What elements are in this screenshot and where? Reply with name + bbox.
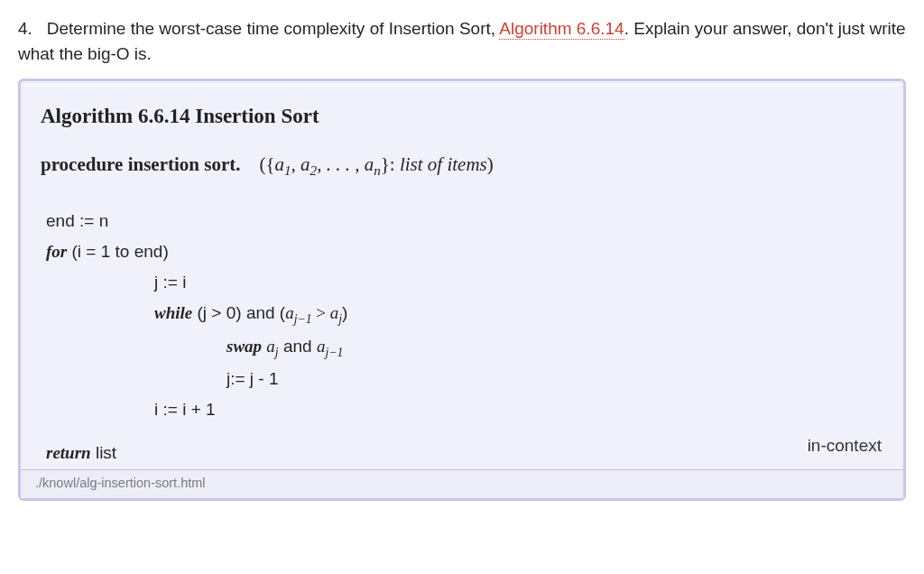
sig-desc: list of items: [400, 153, 487, 175]
algorithm-title: Algorithm 6.6.14 Insertion Sort: [41, 101, 885, 131]
in-context-link[interactable]: in-context: [808, 425, 885, 468]
sig-close: }:: [381, 153, 400, 175]
sig-a1: a: [275, 153, 285, 175]
swap-keyword: swap: [226, 337, 262, 356]
sig-a2: , a: [291, 153, 310, 175]
while-gt: >: [312, 303, 330, 322]
return-rest: list: [91, 443, 117, 462]
question-part1: Determine the worst-case time complexity…: [47, 19, 500, 38]
swap-and: and: [279, 337, 317, 356]
swap-aj: aj: [266, 337, 278, 356]
for-keyword: for: [46, 242, 67, 261]
sig-subn: n: [374, 164, 381, 179]
source-path: ./knowl/alg-insertion-sort.html: [21, 469, 903, 498]
algorithm-reference-link[interactable]: Algorithm 6.6.14: [499, 19, 624, 40]
sig-an: , . . . , a: [317, 153, 374, 175]
pseudocode-block: end := n for (i = 1 to end) j := i while…: [39, 206, 885, 469]
procedure-label: procedure insertion sort.: [41, 153, 240, 175]
code-line-1: end := n: [46, 206, 885, 236]
while-close: ): [342, 303, 347, 322]
algorithm-panel: Algorithm 6.6.14 Insertion Sort procedur…: [18, 79, 906, 500]
code-line-2: for (i = 1 to end): [46, 236, 885, 267]
code-line-8: return list: [46, 438, 116, 468]
code-line-6: j:= j - 1: [46, 364, 885, 394]
question-number: 4.: [18, 19, 32, 38]
procedure-signature: procedure insertion sort. ({a1, a2, . . …: [41, 151, 885, 181]
while-aj1: aj−1: [285, 303, 311, 322]
sig-open: ({: [259, 153, 274, 175]
code-line-7: i := i + 1: [46, 394, 885, 425]
while-aj: aj: [330, 303, 342, 322]
code-line-3: j := i: [46, 267, 885, 298]
code-line-5: swap aj and aj−1: [46, 331, 885, 364]
while-a: (j > 0) and (: [192, 303, 285, 322]
return-keyword: return: [46, 443, 91, 462]
while-keyword: while: [154, 303, 192, 322]
code-line-4: while (j > 0) and (aj−1 > aj): [46, 298, 885, 330]
for-cond: (i = 1 to end): [67, 242, 168, 261]
question-text: 4. Determine the worst-case time complex…: [18, 16, 906, 66]
swap-aj1: aj−1: [317, 337, 343, 356]
sig-sub1: 1: [284, 164, 291, 179]
sig-paren: ): [487, 153, 494, 175]
